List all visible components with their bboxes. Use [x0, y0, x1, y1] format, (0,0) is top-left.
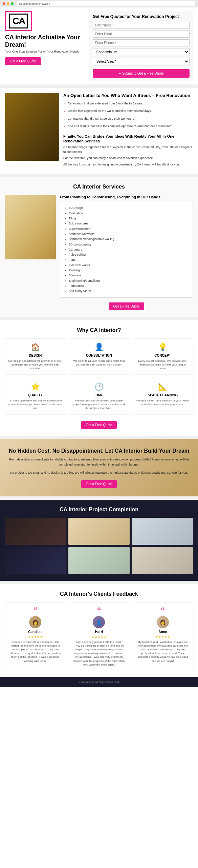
letter-content: An Open Letter to You Who Want A Stress … [63, 93, 193, 169]
services-inner: From Planning to Constructing, Everythin… [5, 195, 193, 310]
review-text-3: My husband and I wanted to renovate our … [136, 640, 189, 663]
no-hidden-section: No Hidden Cost. No Disappointment. Let C… [0, 439, 198, 496]
space-planning-desc: We take careful consideration of your ne… [136, 399, 190, 406]
area-select[interactable]: Select Area * [93, 58, 190, 65]
no-hidden-cta-button[interactable]: Get a Free Quote [81, 480, 117, 488]
logo-letters: CA [13, 16, 25, 26]
browser-url[interactable]: ca-interior.com/renovation [17, 1, 195, 6]
concept-icon: 💡 [136, 343, 190, 352]
no-hidden-para-1: From dear design consultants to reliable… [5, 457, 193, 467]
avatar-2: 👤 [93, 616, 105, 628]
feedback-section: CA Interior's Clients Feedback ❝ 👩 Canda… [0, 584, 198, 677]
consultation-icon: 👤 [72, 343, 126, 352]
service-item-5: Superstructures [69, 226, 189, 232]
area-row: Select Area * [93, 58, 190, 65]
check-item-1: ✓ Renovation that were delayed from 3 mo… [63, 101, 193, 108]
reviewer-name-3: Anne [136, 630, 189, 634]
consultation-desc: We listen to all your needs and ensure t… [72, 359, 126, 367]
why-card-6: 📐 SPACE PLANNING We take careful conside… [133, 378, 193, 415]
projects-grid [5, 518, 193, 574]
browser-bar: ca-interior.com/renovation [0, 0, 198, 7]
footer-text: © CA Interior. All Rights Reserved. [79, 680, 120, 684]
why-card-2: 👤 CONSULTATION We listen to all your nee… [69, 338, 129, 375]
form-title: Get Free Quotes for Your Renovation Proj… [93, 14, 190, 19]
service-item-1: 3D Design [69, 205, 189, 211]
quality-icon: ⭐ [8, 382, 62, 391]
check-item-4: ✓ And end results that were the complete… [63, 124, 193, 131]
service-item-10: False ceiling [69, 252, 189, 257]
first-name-input[interactable] [93, 22, 190, 29]
services-subtitle: From Planning to Constructing, Everythin… [60, 195, 193, 199]
hero-cta-button[interactable]: Get a Free Quote [5, 57, 41, 65]
first-name-row [93, 22, 190, 29]
submit-button[interactable]: ✦ Submit to Get a Free Quote [93, 69, 190, 78]
reviewer-name-2: Harri [72, 630, 125, 634]
why-card-1: 🏠 DESIGN Our design consultants will ans… [5, 338, 65, 375]
service-item-9: Carpentry [69, 247, 189, 252]
property-row: Condominium [93, 48, 190, 56]
service-item-11: Fans [69, 257, 189, 262]
concept-title: CONCEPT [136, 354, 190, 357]
check-text-1: Renovation that were delayed from 3 mont… [68, 101, 145, 106]
check-text-4: And end results that were the complete o… [68, 124, 174, 129]
service-item-17: And Many More! [69, 289, 189, 294]
divider-3 [0, 317, 198, 320]
check-item-2: ✓ Cracks that appeared on the walls and … [63, 109, 193, 115]
phone-row [93, 39, 190, 46]
projects-section: CA Interior Project Completion [0, 500, 198, 581]
checkmark-icon-1: ✓ [63, 102, 66, 105]
why-title: Why CA Interior? [5, 327, 193, 333]
letter-para-3: All the way from planning to designing t… [63, 162, 193, 167]
why-cta-button[interactable]: Get a Free Quote [81, 421, 117, 429]
check-text-3: Contractors that did not supervise their… [68, 117, 134, 121]
property-select[interactable]: Condominium [93, 48, 190, 56]
letter-subheading: Finally, You Can Bridge Your Ideas With … [63, 134, 193, 144]
why-card-5: 🕐 TIME Every project will be handled wit… [69, 378, 129, 415]
concept-desc: Every project is unique. We provide cost… [136, 359, 190, 371]
service-item-16: Foundation [69, 283, 189, 289]
feedback-card-2: ❝ 👤 Harri ★★★★★ I am extremely pleased w… [69, 602, 129, 670]
tagline: Your One Stop Solution For All Your Reno… [5, 50, 86, 53]
checkmark-icon-3: ✓ [63, 117, 66, 121]
why-section: Why CA Interior? 🏠 DESIGN Our design con… [0, 320, 198, 436]
avatar-1: 👩 [29, 616, 41, 628]
service-item-4: Sub structures [69, 221, 189, 226]
quote-icon-3: ❝ [136, 606, 189, 615]
avatar-3: 👩 [157, 616, 169, 628]
service-item-8: 3D Landscaping [69, 242, 189, 247]
browser-maximize [11, 2, 14, 5]
browser-close [3, 2, 5, 5]
design-desc: Our design consultants will answer all o… [8, 359, 62, 371]
services-image-container [5, 195, 56, 310]
logo: CA [5, 11, 32, 31]
project-image-5 [68, 547, 130, 574]
stars-3: ★★★★★ [136, 635, 189, 639]
letter-para-2: For the first time, you can enjoy a seam… [63, 156, 193, 161]
letter-image-container [5, 93, 59, 169]
service-item-14: Staircase [69, 273, 189, 278]
time-icon: 🕐 [72, 382, 126, 391]
service-item-2: Evaluation [69, 211, 189, 216]
space-planning-title: SPACE PLANNING [136, 393, 190, 397]
phone-input[interactable] [93, 39, 190, 46]
services-title: CA Interior Services [5, 184, 193, 190]
space-planning-icon: 📐 [136, 382, 190, 391]
check-text-2: Cracks that appeared on the walls and ti… [68, 109, 153, 114]
stars-1: ★★★★★ [9, 635, 62, 639]
company-name: CA Interior Actualise Your Dream! [5, 34, 86, 48]
services-cta-button[interactable]: Get a Free Quote [109, 302, 145, 310]
email-input[interactable] [93, 31, 190, 38]
divider-6 [0, 581, 198, 584]
time-title: TIME [72, 393, 126, 397]
checkmark-icon-4: ✓ [63, 124, 66, 128]
time-desc: Every project will be handled with prope… [72, 399, 126, 410]
footer: © CA Interior. All Rights Reserved. [0, 677, 198, 687]
service-item-15: Engineering/demolition [69, 278, 189, 283]
why-cta-container: Get a Free Quote [5, 420, 193, 429]
letter-section: An Open Letter to You Who Want A Stress … [0, 88, 198, 174]
project-image-2 [68, 518, 130, 545]
feedback-grid: ❝ 👩 Candace ★★★★★ I wanted to renovate m… [5, 602, 193, 670]
why-card-4: ⭐ QUALITY On-site supervision and qualit… [5, 378, 65, 415]
feedback-title: CA Interior's Clients Feedback [5, 591, 193, 597]
hero-section: CA CA Interior Actualise Your Dream! You… [0, 7, 198, 84]
